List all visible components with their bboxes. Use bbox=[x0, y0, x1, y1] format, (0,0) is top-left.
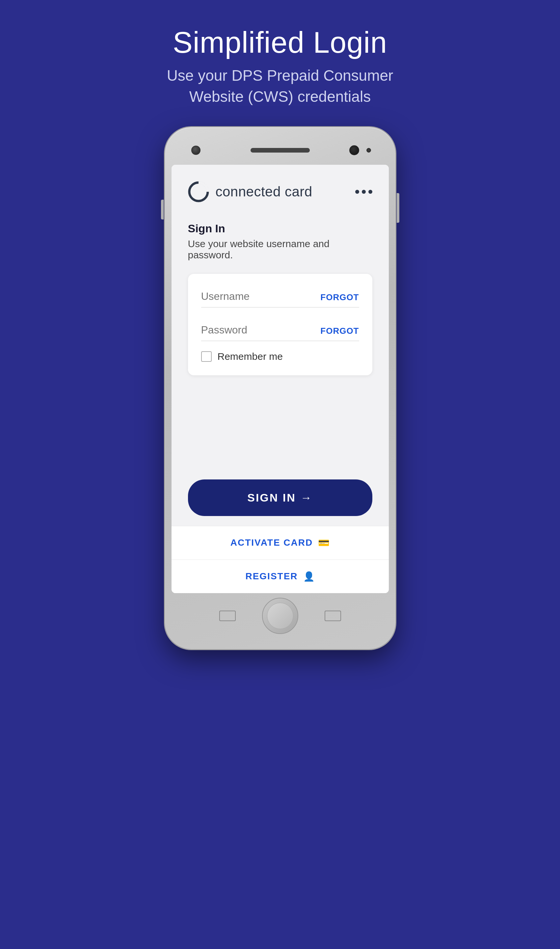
app-logo-text: connected card bbox=[215, 184, 312, 200]
remember-me-label[interactable]: Remember me bbox=[218, 351, 283, 362]
password-field-row: FORGOT bbox=[201, 321, 359, 341]
connected-card-logo-icon bbox=[188, 181, 209, 202]
nav-recent-button[interactable] bbox=[325, 611, 341, 621]
phone-screen: connected card Sign In Use your website … bbox=[172, 165, 389, 593]
username-field-row: FORGOT bbox=[201, 287, 359, 307]
power-button bbox=[397, 193, 399, 223]
phone-speaker bbox=[251, 148, 310, 153]
home-button-inner bbox=[267, 603, 293, 629]
front-camera-left bbox=[191, 146, 200, 155]
remember-me-row: Remember me bbox=[201, 351, 359, 362]
home-button[interactable] bbox=[262, 598, 298, 634]
phone-sensor bbox=[366, 148, 371, 153]
sign-in-arrow-icon: → bbox=[301, 491, 313, 504]
app-header: connected card bbox=[172, 165, 389, 212]
phone-shell: connected card Sign In Use your website … bbox=[165, 127, 395, 649]
app-menu-dots[interactable] bbox=[355, 190, 372, 194]
menu-dot-3 bbox=[368, 190, 372, 194]
password-forgot-link[interactable]: FORGOT bbox=[320, 326, 359, 336]
register-row[interactable]: REGISTER 👤 bbox=[172, 560, 389, 593]
nav-back-button[interactable] bbox=[219, 611, 236, 621]
card-icon: 💳 bbox=[318, 537, 329, 548]
phone-nav-bar bbox=[172, 593, 389, 636]
front-camera-right bbox=[349, 145, 359, 155]
page-subtitle: Use your DPS Prepaid ConsumerWebsite (CW… bbox=[167, 65, 394, 107]
volume-button bbox=[161, 200, 164, 219]
page-title: Simplified Login bbox=[167, 26, 394, 59]
menu-dot-1 bbox=[355, 190, 359, 194]
username-forgot-link[interactable]: FORGOT bbox=[320, 292, 359, 302]
person-icon: 👤 bbox=[303, 571, 315, 582]
register-label: REGISTER bbox=[245, 571, 298, 582]
sign-in-subtitle: Use your website username and password. bbox=[188, 238, 372, 261]
activate-card-row[interactable]: ACTIVATE CARD 💳 bbox=[172, 526, 389, 560]
sign-in-title: Sign In bbox=[188, 222, 372, 235]
app-content: Sign In Use your website username and pa… bbox=[172, 212, 389, 526]
remember-me-checkbox[interactable] bbox=[201, 351, 212, 362]
menu-dot-2 bbox=[362, 190, 366, 194]
bottom-links: ACTIVATE CARD 💳 REGISTER 👤 bbox=[172, 526, 389, 593]
login-card: FORGOT FORGOT Remember me bbox=[188, 274, 372, 375]
page-header: Simplified Login Use your DPS Prepaid Co… bbox=[167, 26, 394, 107]
sign-in-button[interactable]: SIGN IN → bbox=[188, 480, 372, 516]
phone-top-bar bbox=[172, 137, 389, 164]
activate-card-label: ACTIVATE CARD bbox=[231, 537, 313, 548]
sign-in-button-label: SIGN IN bbox=[247, 491, 296, 504]
